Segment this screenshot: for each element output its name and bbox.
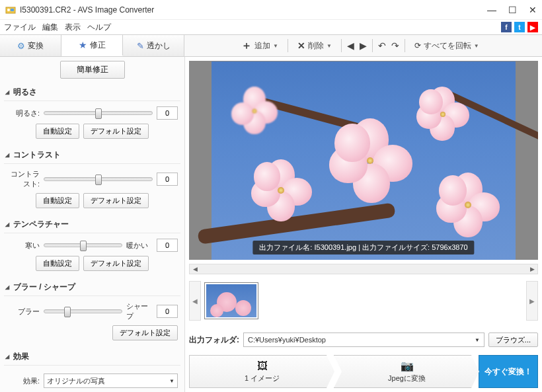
output-folder-label: 出力フォルダ: <box>189 334 239 346</box>
tab-convert[interactable]: ⚙変換 <box>0 35 61 56</box>
pen-icon: ✎ <box>137 41 144 51</box>
chevron-down-icon: ▼ <box>169 378 174 384</box>
camera-icon: 📷 <box>401 360 414 372</box>
divider <box>372 39 373 52</box>
brightness-value[interactable] <box>157 106 178 120</box>
collapse-icon: ◢ <box>5 284 9 290</box>
brightness-default-button[interactable]: デフォルト設定 <box>83 124 149 139</box>
chevron-down-icon: ▼ <box>273 43 278 49</box>
divider <box>405 39 405 52</box>
sharp-label: シャープ <box>126 301 153 321</box>
thumb-prev-button[interactable]: ◀ <box>189 281 201 321</box>
chevron-down-icon: ▼ <box>475 337 480 343</box>
menu-view[interactable]: 表示 <box>65 22 81 33</box>
output-folder-dropdown[interactable]: C:¥Users¥yuki¥Desktop▼ <box>243 333 484 347</box>
app-icon <box>5 5 16 15</box>
chevron-down-icon: ▼ <box>474 43 479 49</box>
rotate-all-button[interactable]: ⟳すべてを回転▼ <box>410 38 483 54</box>
preview-area: 出力ファイル名: I5300391.jpg | 出力ファイルサイズ: 5796x… <box>189 61 538 260</box>
blur-slider[interactable] <box>44 309 122 313</box>
contrast-value[interactable] <box>157 173 178 186</box>
youtube-icon[interactable]: ▶ <box>527 22 538 32</box>
contrast-default-button[interactable]: デフォルト設定 <box>83 193 149 208</box>
section-temperature[interactable]: ◢テンペラチャー <box>4 216 180 233</box>
refresh-icon: ⟳ <box>414 41 421 50</box>
plus-icon: ＋ <box>241 39 252 53</box>
tab-watermark[interactable]: ✎透かし <box>123 35 184 56</box>
contrast-auto-button[interactable]: 自動設定 <box>36 193 79 208</box>
svg-point-1 <box>7 9 10 11</box>
blur-value[interactable] <box>157 305 178 318</box>
collapse-icon: ◢ <box>5 221 9 227</box>
temperature-value[interactable] <box>157 239 178 252</box>
thumb-next-button[interactable]: ▶ <box>526 281 538 321</box>
brightness-slider[interactable] <box>44 111 153 115</box>
chevron-down-icon: ▼ <box>327 43 332 49</box>
divider <box>341 39 342 52</box>
preview-overlay-text: 出力ファイル名: I5300391.jpg | 出力ファイルサイズ: 5796x… <box>252 241 474 255</box>
temp-warm-label: 暖かい <box>126 241 153 251</box>
star-icon: ★ <box>79 40 87 50</box>
menu-help[interactable]: ヘルプ <box>87 22 111 33</box>
brightness-auto-button[interactable]: 自動設定 <box>36 124 79 139</box>
section-brightness[interactable]: ◢明るさ <box>4 84 180 101</box>
effect-dropdown[interactable]: オリジナルの写真▼ <box>44 373 178 388</box>
maximize-button[interactable]: ☐ <box>508 5 517 15</box>
temperature-default-button[interactable]: デフォルト設定 <box>83 256 149 271</box>
gear-icon: ⚙ <box>17 41 25 51</box>
contrast-label: コントラスト: <box>7 169 40 189</box>
scroll-right-icon[interactable]: ▶ <box>527 264 537 274</box>
rotate-left-button[interactable]: ↶ <box>378 40 386 51</box>
divider <box>288 39 288 52</box>
collapse-icon: ◢ <box>5 354 9 360</box>
collapse-icon: ◢ <box>5 89 9 95</box>
blur-default-button[interactable]: デフォルト設定 <box>112 325 178 340</box>
section-effect[interactable]: ◢効果 <box>4 348 180 366</box>
rotate-right-button[interactable]: ↷ <box>391 40 399 51</box>
browse-button[interactable]: ブラウズ... <box>488 333 538 347</box>
facebook-icon[interactable]: f <box>501 22 512 32</box>
convert-now-button[interactable]: 今すぐ変換！ <box>479 355 538 388</box>
brightness-label: 明るさ: <box>7 108 40 118</box>
image-icon: 🖼 <box>257 360 268 372</box>
temperature-auto-button[interactable]: 自動設定 <box>36 256 79 271</box>
preview-image: 出力ファイル名: I5300391.jpg | 出力ファイルサイズ: 5796x… <box>212 61 516 260</box>
collapse-icon: ◢ <box>5 152 9 158</box>
twitter-icon[interactable]: t <box>514 22 525 32</box>
sidebar: 簡単修正 ◢明るさ 明るさ: 自動設定デフォルト設定 ◢コントラスト コントラス… <box>0 57 185 392</box>
menu-edit[interactable]: 編集 <box>42 22 58 33</box>
effect-label: 効果: <box>7 376 40 386</box>
x-icon: ✕ <box>297 40 305 51</box>
section-blur[interactable]: ◢ブラー / シャープ <box>4 279 180 296</box>
tab-fix[interactable]: ★修正 <box>61 35 123 56</box>
add-button[interactable]: ＋追加▼ <box>237 37 282 55</box>
temperature-slider[interactable] <box>44 243 122 247</box>
next-button[interactable]: ▶ <box>360 40 367 51</box>
temp-cold-label: 寒い <box>7 241 40 251</box>
contrast-slider[interactable] <box>44 177 153 181</box>
close-button[interactable]: ✕ <box>529 5 537 15</box>
scroll-left-icon[interactable]: ◀ <box>190 264 200 274</box>
minimize-button[interactable]: — <box>487 5 496 15</box>
svg-rect-2 <box>11 9 14 11</box>
blur-label: ブラー <box>7 307 40 317</box>
horizontal-scrollbar[interactable]: ◀▶ <box>189 264 538 274</box>
menu-file[interactable]: ファイル <box>4 22 36 33</box>
delete-button[interactable]: ✕削除▼ <box>293 38 336 54</box>
prev-button[interactable]: ◀ <box>347 40 354 51</box>
thumbnail[interactable] <box>205 283 258 319</box>
window-title: I5300391.CR2 - AVS Image Converter <box>20 5 487 15</box>
images-count-box[interactable]: 🖼1 イメージ <box>189 355 334 388</box>
section-contrast[interactable]: ◢コントラスト <box>4 147 180 164</box>
simple-fix-button[interactable]: 簡単修正 <box>60 61 125 79</box>
jpeg-convert-box[interactable]: 📷Jpegに変換 <box>334 355 479 388</box>
